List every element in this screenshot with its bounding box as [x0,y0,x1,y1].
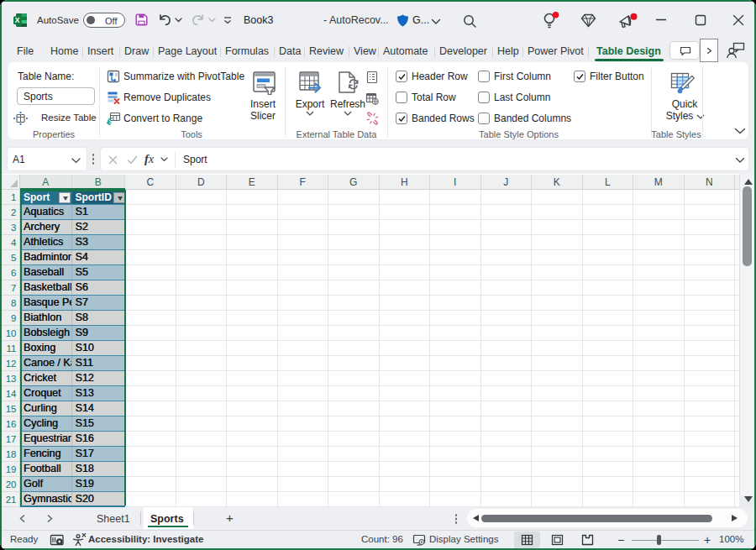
svg-text:X: X [15,16,20,24]
